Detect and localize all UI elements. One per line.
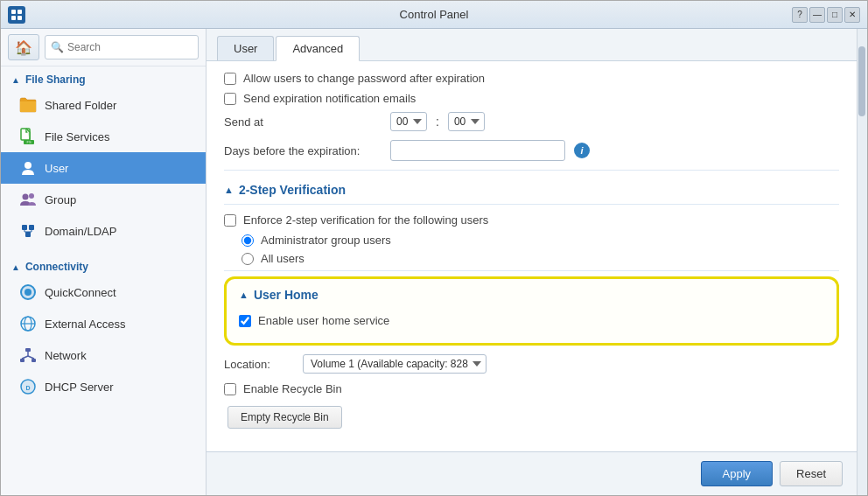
domain-icon: [18, 221, 38, 241]
enforce-2step-checkbox[interactable]: [224, 214, 236, 227]
allow-change-checkbox[interactable]: [224, 73, 236, 85]
main-content: User Advanced Allow users to change pass…: [206, 29, 857, 495]
sidebar-item-file-services[interactable]: FS File Services: [1, 121, 206, 152]
svg-point-9: [29, 193, 34, 199]
sidebar-label-user: User: [45, 162, 68, 175]
home-button[interactable]: 🏠: [8, 34, 39, 60]
help-button[interactable]: ?: [792, 7, 808, 23]
sidebar-item-external-access[interactable]: External Access: [1, 308, 206, 339]
maximize-button[interactable]: □: [827, 7, 843, 23]
user-home-title: User Home: [254, 288, 318, 302]
enable-user-home-label[interactable]: Enable user home service: [258, 314, 389, 327]
enable-user-home-checkbox[interactable]: [239, 315, 251, 327]
search-icon: 🔍: [51, 41, 64, 53]
sidebar-label-dhcp-server: DHCP Server: [45, 381, 114, 394]
svg-line-28: [28, 356, 34, 359]
send-notification-row: Send expiration notification emails: [224, 92, 839, 105]
sidebar-item-user[interactable]: User: [1, 152, 206, 184]
send-at-hour-select[interactable]: 00 01: [390, 112, 427, 131]
days-before-input[interactable]: [390, 140, 565, 161]
send-notification-checkbox[interactable]: [224, 93, 236, 105]
user-home-section-title: ▲ User Home: [239, 288, 824, 305]
svg-line-27: [22, 356, 28, 359]
content-footer: Apply Reset: [206, 451, 857, 495]
enable-user-home-row: Enable user home service: [239, 314, 824, 327]
quickconnect-icon: [18, 283, 38, 302]
admin-group-radio[interactable]: [242, 234, 254, 247]
sidebar-item-quickconnect[interactable]: QuickConnect: [1, 276, 206, 308]
sidebar-item-dhcp-server[interactable]: D DHCP Server: [1, 371, 206, 402]
sidebar-label-external-access: External Access: [45, 318, 126, 331]
two-step-title: 2-Step Verification: [239, 183, 346, 197]
user-home-arrow[interactable]: ▲: [239, 290, 248, 300]
send-at-row: Send at 00 01 : 00 30: [224, 112, 839, 131]
time-colon: :: [436, 115, 439, 129]
folder-icon: [18, 95, 38, 115]
svg-rect-0: [11, 10, 16, 14]
sidebar-label-shared-folder: Shared Folder: [45, 99, 116, 112]
tab-advanced[interactable]: Advanced: [276, 36, 360, 61]
apply-button[interactable]: Apply: [701, 461, 774, 486]
sidebar: 🏠 🔍 ▲ File Sharing Shared Folder FS: [1, 29, 206, 495]
info-icon[interactable]: i: [574, 143, 590, 158]
svg-rect-10: [22, 225, 27, 230]
all-users-radio[interactable]: [242, 253, 254, 265]
empty-recycle-bin-button[interactable]: Empty Recycle Bin: [228, 406, 342, 429]
all-users-label[interactable]: All users: [261, 252, 304, 265]
enforce-2step-label[interactable]: Enforce 2-step verification for the foll…: [243, 213, 488, 227]
section-arrow-file-sharing: ▲: [11, 75, 20, 85]
user-home-section: ▲ User Home Enable user home service: [224, 276, 839, 346]
svg-rect-23: [25, 348, 31, 352]
two-step-section-title: ▲ 2-Step Verification: [224, 183, 839, 205]
days-before-row: Days before the expiration: i: [224, 140, 839, 161]
empty-recycle-btn-container: Empty Recycle Bin: [228, 402, 839, 429]
search-input[interactable]: [67, 41, 192, 53]
sidebar-label-network: Network: [45, 349, 87, 362]
reset-button[interactable]: Reset: [780, 461, 843, 486]
allow-change-label[interactable]: Allow users to change password after exp…: [243, 72, 485, 85]
svg-text:FS: FS: [26, 140, 31, 144]
control-panel-window: Control Panel ? — □ ✕ 🏠 🔍 ▲ File Sharing: [0, 0, 868, 496]
minimize-button[interactable]: —: [809, 7, 825, 23]
window-title: Control Panel: [400, 8, 469, 21]
scroll-thumb: [858, 46, 865, 116]
section-connectivity[interactable]: ▲ Connectivity: [1, 254, 206, 276]
external-access-icon: [18, 314, 38, 333]
scrollbar[interactable]: [857, 29, 867, 495]
send-at-minute-select[interactable]: 00 30: [448, 112, 485, 131]
admin-group-label[interactable]: Administrator group users: [261, 234, 391, 247]
file-services-icon: FS: [18, 127, 38, 146]
svg-rect-2: [11, 16, 16, 20]
location-label: Location:: [224, 358, 294, 371]
sidebar-item-shared-folder[interactable]: Shared Folder: [1, 89, 206, 121]
dhcp-icon: D: [18, 377, 38, 396]
sidebar-label-file-services: File Services: [45, 130, 109, 143]
close-button[interactable]: ✕: [844, 7, 860, 23]
sidebar-item-domain-ldap[interactable]: Domain/LDAP: [1, 215, 206, 247]
enable-recycle-bin-checkbox[interactable]: [224, 383, 236, 395]
group-icon: [18, 190, 38, 209]
title-bar: Control Panel ? — □ ✕: [1, 1, 867, 29]
window-controls: ? — □ ✕: [792, 7, 860, 23]
svg-rect-12: [25, 232, 31, 237]
location-select[interactable]: Volume 1 (Available capacity: 828: [303, 354, 486, 374]
send-at-label: Send at: [224, 115, 382, 129]
svg-rect-11: [29, 225, 34, 230]
sidebar-item-network[interactable]: Network: [1, 339, 206, 371]
two-step-arrow[interactable]: ▲: [224, 185, 234, 195]
sidebar-label-quickconnect: QuickConnect: [45, 286, 116, 299]
tab-bar: User Advanced: [206, 29, 857, 61]
svg-point-7: [24, 162, 32, 169]
sidebar-item-group[interactable]: Group: [1, 184, 206, 215]
tab-user[interactable]: User: [217, 36, 274, 60]
enforce-2step-row: Enforce 2-step verification for the foll…: [224, 213, 839, 227]
section-label-file-sharing: File Sharing: [25, 73, 86, 86]
enable-recycle-bin-label[interactable]: Enable Recycle Bin: [243, 382, 342, 395]
days-before-label: Days before the expiration:: [224, 144, 382, 157]
send-notification-label[interactable]: Send expiration notification emails: [243, 92, 416, 105]
allow-change-password-row: Allow users to change password after exp…: [224, 72, 839, 85]
location-row: Location: Volume 1 (Available capacity: …: [224, 354, 839, 374]
section-file-sharing[interactable]: ▲ File Sharing: [1, 66, 206, 89]
sidebar-label-domain-ldap: Domain/LDAP: [45, 225, 116, 238]
svg-point-8: [23, 194, 29, 200]
